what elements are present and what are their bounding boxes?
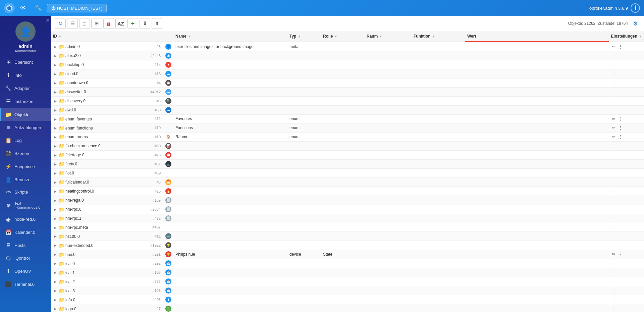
objects-table-container[interactable]: ID ▼ Name ▼ Typ ▼ Rolle ▼ xyxy=(51,31,644,312)
table-row[interactable]: ▶📁fb-checkpresence.0#39📊⋮ xyxy=(51,141,644,150)
expand-button[interactable]: ⊞ xyxy=(91,18,102,29)
delete-row-button[interactable]: ⋮ xyxy=(611,71,617,76)
sidebar-item-aufzahlungen[interactable]: ≡ Aufzählungen xyxy=(0,121,51,134)
delete-row-button[interactable]: ⋮ xyxy=(611,62,617,67)
sidebar-item-terminal[interactable]: ⬛ Terminal.0 xyxy=(0,278,51,291)
import-button[interactable]: ⬇ xyxy=(140,18,150,29)
expand-button[interactable]: ▶ xyxy=(53,298,58,302)
add-button[interactable]: + xyxy=(127,18,138,29)
expand-button[interactable]: ▶ xyxy=(53,180,58,185)
delete-row-button[interactable]: ⋮ xyxy=(611,53,617,58)
sidebar-item-node-red[interactable]: ◉ node-red.0 xyxy=(0,213,51,226)
logo-icon[interactable] xyxy=(4,3,15,13)
expand-button[interactable]: ▶ xyxy=(53,126,58,131)
table-row[interactable]: ▶📁hs100.0#11—⋮ xyxy=(51,232,644,241)
delete-row-button[interactable]: ⋮ xyxy=(611,215,617,221)
table-row[interactable]: ▶📁ical.3#105📅⋮ xyxy=(51,286,644,295)
sidebar-item-skripte[interactable]: </> Skripte xyxy=(0,186,51,198)
table-row[interactable]: ▶📁info.0#405ℹ⋮ xyxy=(51,295,644,304)
sidebar-item-instanzen[interactable]: ☰ Instanzen xyxy=(0,95,51,108)
expand-button[interactable]: ▶ xyxy=(53,162,58,166)
table-row[interactable]: ▶📁hm-rpc.1#472⬜⋮ xyxy=(51,214,644,223)
table-row[interactable]: ▶📁feiertage.0#26📅⋮ xyxy=(51,150,644,159)
expand-button[interactable]: ▶ xyxy=(53,171,58,175)
sidebar-item-benutzer[interactable]: 👤 Benutzer xyxy=(0,173,51,186)
edit-button[interactable]: ✏ xyxy=(611,134,616,140)
expand-button[interactable]: ▶ xyxy=(53,144,58,148)
sidebar-item-adapter[interactable]: 🔧 Adapter xyxy=(0,82,51,95)
edit-button[interactable]: ✏ xyxy=(611,125,616,131)
expand-button[interactable]: ▶ xyxy=(53,289,58,293)
delete-row-button[interactable]: ⋮ xyxy=(611,288,617,293)
delete-row-button[interactable]: ⋮ xyxy=(611,297,617,302)
th-einstellungen[interactable]: Einstellungen ▼ xyxy=(609,31,644,42)
sidebar-item-ereignisse[interactable]: ⚡ Ereignisse xyxy=(0,160,51,173)
sidebar-item-openuv[interactable]: ℹ OpenUV xyxy=(0,265,51,278)
delete-row-button[interactable]: ⋮ xyxy=(611,170,617,176)
edit-button[interactable]: ✏ xyxy=(611,116,616,122)
filter-button[interactable]: ⚙ xyxy=(631,19,640,28)
th-rolle[interactable]: Rolle ▼ xyxy=(321,31,365,42)
expand-button[interactable]: ▶ xyxy=(53,117,58,121)
th-name[interactable]: Name ▼ xyxy=(173,31,287,42)
th-raum[interactable]: Raum ▼ xyxy=(365,31,412,42)
expand-button[interactable]: ▶ xyxy=(53,71,58,76)
delete-row-button[interactable]: ⋮ xyxy=(617,44,624,49)
delete-row-button[interactable]: ⋮ xyxy=(611,306,617,311)
eye-button[interactable]: 👁 xyxy=(17,2,30,14)
close-sidebar-button[interactable]: ✕ xyxy=(46,17,50,23)
delete-button[interactable]: 🗑 xyxy=(103,18,114,29)
delete-row-button[interactable]: ⋮ xyxy=(611,152,617,158)
expand-button[interactable]: ▶ xyxy=(53,279,58,284)
th-typ[interactable]: Typ ▼ xyxy=(287,31,321,42)
table-row[interactable]: ▶📁firetv.0#51📺⋮ xyxy=(51,159,644,168)
delete-row-button[interactable]: ⋮ xyxy=(611,197,617,203)
export-button[interactable]: ⬆ xyxy=(152,18,162,29)
grid-button[interactable]: □ xyxy=(79,18,90,29)
table-row[interactable]: ▶📁cloud.0#13☁⋮ xyxy=(51,69,644,78)
table-row[interactable]: ▶📁hue-extended.0#1922💡⋮ xyxy=(51,241,644,250)
sidebar-item-kalender[interactable]: 📅 Kalender.0 xyxy=(0,226,51,239)
expand-button[interactable]: ▶ xyxy=(53,135,58,139)
expand-button[interactable]: ▶ xyxy=(53,252,58,257)
expand-button[interactable]: ▶ xyxy=(53,108,58,112)
expand-button[interactable]: ▶ xyxy=(53,198,58,203)
table-row[interactable]: ▶📁enum.rooms#10🏠Räumeenum✏⋮ xyxy=(51,132,644,141)
th-wert[interactable]: Wert xyxy=(465,31,609,42)
delete-row-button[interactable]: ⋮ xyxy=(611,161,617,167)
table-row[interactable]: ▶📁discovery.0#5🔍⋮ xyxy=(51,96,644,105)
expand-button[interactable]: ▶ xyxy=(53,270,58,275)
delete-row-button[interactable]: ⋮ xyxy=(611,269,617,275)
delete-row-button[interactable]: ⋮ xyxy=(611,278,617,284)
table-row[interactable]: ▶📁hue.0#291💡Philips huedeviceState✏⋮ xyxy=(51,250,644,259)
delete-row-button[interactable]: ⋮ xyxy=(611,188,617,194)
delete-row-button[interactable]: ⋮ xyxy=(611,179,617,185)
table-row[interactable]: ▶📁fullcalendar.0#3📅⋮ xyxy=(51,177,644,187)
delete-row-button[interactable]: ⋮ xyxy=(611,98,617,104)
expand-button[interactable]: ▶ xyxy=(53,189,58,194)
expand-button[interactable]: ▶ xyxy=(53,207,58,212)
delete-row-button[interactable]: ⋮ xyxy=(611,206,617,212)
wrench-button[interactable]: 🔧 xyxy=(32,2,44,14)
table-row[interactable]: ▶📁backitup.0#14●⋮ xyxy=(51,60,644,69)
delete-row-button[interactable]: ⋮ xyxy=(611,143,617,149)
delete-row-button[interactable]: ⋮ xyxy=(611,224,617,230)
table-row[interactable]: ▶📁iogo.0#7🟩⋮ xyxy=(51,304,644,312)
expand-button[interactable]: ▶ xyxy=(53,62,58,67)
sidebar-item-info[interactable]: ℹ Info xyxy=(0,69,51,82)
delete-row-button[interactable]: ⋮ xyxy=(617,116,624,122)
sidebar-item-szenen[interactable]: 🎬 Szenen xyxy=(0,147,51,160)
edit-button[interactable]: ✏ xyxy=(611,44,616,49)
table-row[interactable]: ▶📁admin.0#8👤user files and images for ba… xyxy=(51,42,644,51)
expand-button[interactable]: ▶ xyxy=(53,90,58,94)
table-row[interactable]: ▶📁countdown.0#4⏰⋮ xyxy=(51,78,644,87)
table-row[interactable]: ▶📁hm-rega.0#169⬜⋮ xyxy=(51,196,644,205)
table-row[interactable]: ▶📁ical.1#106📅⋮ xyxy=(51,268,644,277)
expand-button[interactable]: ▶ xyxy=(53,44,58,49)
delete-row-button[interactable]: ⋮ xyxy=(611,89,617,95)
table-row[interactable]: ▶📁ical.2#386📅⋮ xyxy=(51,277,644,286)
delete-row-button[interactable]: ⋮ xyxy=(611,107,617,113)
table-row[interactable]: ▶📁dwd.0#33☁⋮ xyxy=(51,105,644,114)
sidebar-item-objekte[interactable]: 📁 Objekte xyxy=(0,108,51,121)
sidebar-item-ubersicht[interactable]: ⊞ Übersicht xyxy=(0,56,51,69)
